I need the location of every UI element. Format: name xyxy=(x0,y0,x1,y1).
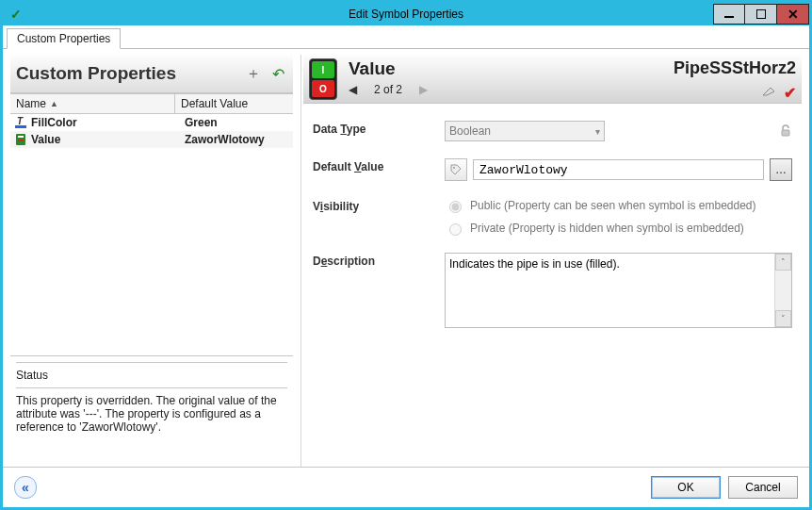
scroll-down-icon[interactable]: ˅ xyxy=(775,310,791,327)
revert-button[interactable]: ↶ xyxy=(268,64,287,83)
main-area: Custom Properties ＋ ↶ Name ▲ Default Val… xyxy=(3,49,809,467)
pager-label: 2 of 2 xyxy=(374,83,402,96)
lock-icon xyxy=(779,124,792,138)
status-panel: Status This property is overridden. The … xyxy=(10,356,293,439)
description-textarea[interactable] xyxy=(446,254,774,327)
svg-rect-5 xyxy=(782,130,789,136)
svg-point-6 xyxy=(453,167,455,169)
row-description: Description ˄ ˅ xyxy=(313,253,792,328)
description-label: Description xyxy=(313,253,445,268)
prev-property-button[interactable]: ◀ xyxy=(349,83,357,96)
svg-rect-4 xyxy=(18,140,24,141)
tag-picker-button[interactable] xyxy=(445,158,467,181)
properties-header: Custom Properties ＋ ↶ xyxy=(10,55,293,93)
maximize-button[interactable] xyxy=(745,4,777,25)
description-box: ˄ ˅ xyxy=(445,253,792,328)
status-message: This property is overridden. The origina… xyxy=(16,394,287,434)
property-form: Data Type Boolean ▾ Default Va xyxy=(303,104,802,467)
sort-asc-icon: ▲ xyxy=(50,99,58,108)
data-type-value: Boolean xyxy=(449,124,491,138)
tab-custom-properties[interactable]: Custom Properties xyxy=(7,28,121,49)
visibility-label: Visibility xyxy=(313,198,445,213)
app-icon: ✓ xyxy=(8,7,24,22)
symbol-name: PipeSSStHorz2 xyxy=(674,58,796,78)
row-value: Green xyxy=(179,116,218,129)
row-value: ZaworWlotowy xyxy=(179,133,265,146)
minimize-button[interactable] xyxy=(713,4,745,25)
properties-grid-body: T FillColor Green Value Z xyxy=(10,114,293,356)
column-name-label: Name xyxy=(16,97,46,110)
column-name-header[interactable]: Name ▲ xyxy=(10,94,175,113)
visibility-public-radio[interactable]: Public (Property can be seen when symbol… xyxy=(445,198,756,213)
properties-panel: Custom Properties ＋ ↶ Name ▲ Default Val… xyxy=(10,55,293,356)
table-row[interactable]: T FillColor Green xyxy=(10,114,293,131)
column-default-header[interactable]: Default Value xyxy=(175,97,248,110)
dialog-footer: « OK Cancel xyxy=(3,467,809,507)
scrollbar[interactable]: ˄ ˅ xyxy=(774,254,791,327)
clear-button[interactable] xyxy=(761,84,776,102)
window-root: ✓ Edit Symbol Properties ✕ Custom Proper… xyxy=(0,0,812,510)
row-default-value: Default Value … xyxy=(313,158,792,181)
property-header: I O Value ◀ 2 of 2 ▶ PipeSSStHorz2 xyxy=(303,55,802,104)
properties-grid-header: Name ▲ Default Value xyxy=(10,93,293,114)
property-pager: ◀ 2 of 2 ▶ xyxy=(349,83,674,96)
window-title: Edit Symbol Properties xyxy=(3,8,809,21)
svg-rect-3 xyxy=(18,136,24,138)
window-controls: ✕ xyxy=(713,4,809,25)
column-default-label: Default Value xyxy=(181,97,248,110)
row-data-type: Data Type Boolean ▾ xyxy=(313,121,792,141)
scroll-up-icon[interactable]: ˄ xyxy=(775,254,791,271)
chevron-down-icon: ▾ xyxy=(595,126,600,137)
left-panel: Custom Properties ＋ ↶ Name ▲ Default Val… xyxy=(10,55,293,467)
data-type-select: Boolean ▾ xyxy=(445,121,605,141)
font-color-icon: T xyxy=(14,116,27,129)
properties-header-title: Custom Properties xyxy=(16,63,238,84)
status-title: Status xyxy=(16,369,287,382)
add-property-button[interactable]: ＋ xyxy=(244,64,263,83)
browse-button[interactable]: … xyxy=(770,158,792,181)
titlebar: ✓ Edit Symbol Properties ✕ xyxy=(3,3,809,25)
visibility-public-label: Public (Property can be seen when symbol… xyxy=(470,199,756,212)
apply-button[interactable]: ✔ xyxy=(784,84,796,102)
default-value-input[interactable] xyxy=(473,159,764,180)
expand-button[interactable]: « xyxy=(14,476,37,499)
value-icon xyxy=(14,133,27,146)
row-name: FillColor xyxy=(31,116,77,129)
table-row[interactable]: Value ZaworWlotowy xyxy=(10,131,293,148)
next-property-button[interactable]: ▶ xyxy=(419,83,428,96)
visibility-private-radio[interactable]: Private (Property is hidden when symbol … xyxy=(445,221,756,236)
cancel-button[interactable]: Cancel xyxy=(728,476,798,499)
close-button[interactable]: ✕ xyxy=(777,4,809,25)
default-value-label: Default Value xyxy=(313,158,445,173)
tabstrip: Custom Properties xyxy=(3,25,809,49)
boolean-toggle-icon: I O xyxy=(309,58,337,100)
row-visibility: Visibility Public (Property can be seen … xyxy=(313,198,792,236)
ok-button[interactable]: OK xyxy=(651,476,721,499)
property-title: Value xyxy=(349,58,674,79)
visibility-private-label: Private (Property is hidden when symbol … xyxy=(470,222,744,235)
row-name: Value xyxy=(31,133,60,146)
svg-text:T: T xyxy=(17,116,24,126)
right-panel: I O Value ◀ 2 of 2 ▶ PipeSSStHorz2 xyxy=(300,55,802,467)
data-type-label: Data Type xyxy=(313,121,445,136)
